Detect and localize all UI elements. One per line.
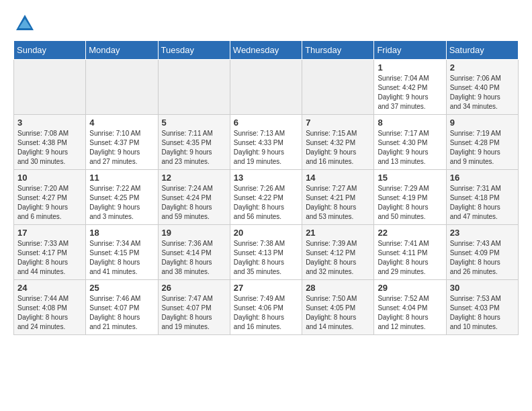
day-number: 30: [450, 283, 515, 293]
day-number: 3: [17, 118, 82, 128]
calendar-cell: 11Sunrise: 7:22 AM Sunset: 4:25 PM Dayli…: [86, 170, 158, 225]
day-info: Sunrise: 7:29 AM Sunset: 4:19 PM Dayligh…: [378, 184, 442, 222]
day-info: Sunrise: 7:43 AM Sunset: 4:09 PM Dayligh…: [450, 239, 515, 277]
day-info: Sunrise: 7:50 AM Sunset: 4:05 PM Dayligh…: [306, 294, 370, 332]
day-info: Sunrise: 7:08 AM Sunset: 4:38 PM Dayligh…: [17, 129, 82, 167]
calendar-cell: 28Sunrise: 7:50 AM Sunset: 4:05 PM Dayli…: [302, 280, 374, 335]
day-info: Sunrise: 7:06 AM Sunset: 4:40 PM Dayligh…: [450, 74, 515, 111]
day-info: Sunrise: 7:10 AM Sunset: 4:37 PM Dayligh…: [89, 129, 154, 167]
calendar-week-5: 24Sunrise: 7:44 AM Sunset: 4:08 PM Dayli…: [14, 280, 519, 335]
calendar-cell: 13Sunrise: 7:26 AM Sunset: 4:22 PM Dayli…: [230, 170, 302, 225]
calendar-cell: [230, 60, 302, 115]
calendar-header-saturday: Saturday: [446, 41, 518, 60]
day-number: 4: [89, 118, 154, 128]
calendar-header-wednesday: Wednesday: [230, 41, 302, 60]
day-number: 19: [162, 228, 226, 238]
calendar-cell: 3Sunrise: 7:08 AM Sunset: 4:38 PM Daylig…: [14, 115, 86, 170]
calendar-cell: 20Sunrise: 7:38 AM Sunset: 4:13 PM Dayli…: [230, 225, 302, 280]
calendar-cell: 9Sunrise: 7:19 AM Sunset: 4:28 PM Daylig…: [446, 115, 518, 170]
day-number: 27: [234, 283, 298, 293]
calendar-table: SundayMondayTuesdayWednesdayThursdayFrid…: [13, 40, 519, 335]
calendar-cell: [86, 60, 158, 115]
logo-icon: [15, 13, 35, 34]
calendar-cell: 16Sunrise: 7:31 AM Sunset: 4:18 PM Dayli…: [446, 170, 518, 225]
day-number: 9: [450, 118, 515, 128]
day-info: Sunrise: 7:33 AM Sunset: 4:17 PM Dayligh…: [17, 239, 82, 277]
day-number: 8: [378, 118, 442, 128]
day-info: Sunrise: 7:36 AM Sunset: 4:14 PM Dayligh…: [162, 239, 226, 277]
day-number: 17: [17, 228, 82, 238]
calendar-cell: 5Sunrise: 7:11 AM Sunset: 4:35 PM Daylig…: [158, 115, 230, 170]
calendar-header-row: SundayMondayTuesdayWednesdayThursdayFrid…: [14, 41, 519, 60]
calendar-cell: 15Sunrise: 7:29 AM Sunset: 4:19 PM Dayli…: [374, 170, 446, 225]
day-number: 11: [89, 173, 154, 183]
day-number: 22: [378, 228, 442, 238]
day-number: 1: [378, 62, 442, 73]
calendar-cell: 29Sunrise: 7:52 AM Sunset: 4:04 PM Dayli…: [374, 280, 446, 335]
day-info: Sunrise: 7:41 AM Sunset: 4:11 PM Dayligh…: [378, 239, 442, 277]
calendar-cell: 14Sunrise: 7:27 AM Sunset: 4:21 PM Dayli…: [302, 170, 374, 225]
calendar-cell: 4Sunrise: 7:10 AM Sunset: 4:37 PM Daylig…: [86, 115, 158, 170]
day-number: 12: [162, 173, 226, 183]
day-number: 15: [378, 173, 442, 183]
calendar-week-2: 3Sunrise: 7:08 AM Sunset: 4:38 PM Daylig…: [14, 115, 519, 170]
calendar-cell: [302, 60, 374, 115]
logo: [13, 13, 35, 34]
day-number: 10: [17, 173, 82, 183]
day-info: Sunrise: 7:46 AM Sunset: 4:07 PM Dayligh…: [89, 294, 154, 332]
calendar-header-sunday: Sunday: [14, 41, 86, 60]
day-number: 14: [306, 173, 370, 183]
day-number: 7: [306, 118, 370, 128]
day-info: Sunrise: 7:20 AM Sunset: 4:27 PM Dayligh…: [17, 184, 82, 222]
day-info: Sunrise: 7:47 AM Sunset: 4:07 PM Dayligh…: [162, 294, 226, 332]
calendar-header-friday: Friday: [374, 41, 446, 60]
calendar-cell: 30Sunrise: 7:53 AM Sunset: 4:03 PM Dayli…: [446, 280, 518, 335]
calendar-header-monday: Monday: [86, 41, 158, 60]
calendar-cell: 25Sunrise: 7:46 AM Sunset: 4:07 PM Dayli…: [86, 280, 158, 335]
day-number: 23: [450, 228, 515, 238]
day-number: 16: [450, 173, 515, 183]
calendar-cell: 1Sunrise: 7:04 AM Sunset: 4:42 PM Daylig…: [374, 60, 446, 115]
day-number: 6: [234, 118, 298, 128]
day-info: Sunrise: 7:15 AM Sunset: 4:32 PM Dayligh…: [306, 129, 370, 167]
calendar-cell: [158, 60, 230, 115]
day-number: 21: [306, 228, 370, 238]
day-info: Sunrise: 7:34 AM Sunset: 4:15 PM Dayligh…: [89, 239, 154, 277]
day-number: 5: [162, 118, 226, 128]
day-number: 13: [234, 173, 298, 183]
day-info: Sunrise: 7:19 AM Sunset: 4:28 PM Dayligh…: [450, 129, 515, 167]
calendar-cell: 8Sunrise: 7:17 AM Sunset: 4:30 PM Daylig…: [374, 115, 446, 170]
day-info: Sunrise: 7:31 AM Sunset: 4:18 PM Dayligh…: [450, 184, 515, 222]
day-info: Sunrise: 7:39 AM Sunset: 4:12 PM Dayligh…: [306, 239, 370, 277]
calendar-body: 1Sunrise: 7:04 AM Sunset: 4:42 PM Daylig…: [14, 60, 519, 335]
day-info: Sunrise: 7:04 AM Sunset: 4:42 PM Dayligh…: [378, 74, 442, 111]
day-number: 29: [378, 283, 442, 293]
day-number: 2: [450, 62, 515, 73]
day-info: Sunrise: 7:24 AM Sunset: 4:24 PM Dayligh…: [162, 184, 226, 222]
day-info: Sunrise: 7:13 AM Sunset: 4:33 PM Dayligh…: [234, 129, 298, 167]
calendar-cell: 2Sunrise: 7:06 AM Sunset: 4:40 PM Daylig…: [446, 60, 518, 115]
day-info: Sunrise: 7:26 AM Sunset: 4:22 PM Dayligh…: [234, 184, 298, 222]
page-header: [13, 13, 519, 34]
calendar-cell: 23Sunrise: 7:43 AM Sunset: 4:09 PM Dayli…: [446, 225, 518, 280]
calendar-cell: 7Sunrise: 7:15 AM Sunset: 4:32 PM Daylig…: [302, 115, 374, 170]
calendar-week-4: 17Sunrise: 7:33 AM Sunset: 4:17 PM Dayli…: [14, 225, 519, 280]
day-number: 28: [306, 283, 370, 293]
day-info: Sunrise: 7:53 AM Sunset: 4:03 PM Dayligh…: [450, 294, 515, 332]
day-info: Sunrise: 7:22 AM Sunset: 4:25 PM Dayligh…: [89, 184, 154, 222]
calendar-cell: 27Sunrise: 7:49 AM Sunset: 4:06 PM Dayli…: [230, 280, 302, 335]
calendar-cell: 21Sunrise: 7:39 AM Sunset: 4:12 PM Dayli…: [302, 225, 374, 280]
calendar-cell: 26Sunrise: 7:47 AM Sunset: 4:07 PM Dayli…: [158, 280, 230, 335]
calendar-week-3: 10Sunrise: 7:20 AM Sunset: 4:27 PM Dayli…: [14, 170, 519, 225]
calendar-header-tuesday: Tuesday: [158, 41, 230, 60]
day-number: 26: [162, 283, 226, 293]
day-number: 18: [89, 228, 154, 238]
day-info: Sunrise: 7:52 AM Sunset: 4:04 PM Dayligh…: [378, 294, 442, 332]
calendar-cell: 24Sunrise: 7:44 AM Sunset: 4:08 PM Dayli…: [14, 280, 86, 335]
day-info: Sunrise: 7:17 AM Sunset: 4:30 PM Dayligh…: [378, 129, 442, 167]
calendar-week-1: 1Sunrise: 7:04 AM Sunset: 4:42 PM Daylig…: [14, 60, 519, 115]
day-number: 25: [89, 283, 154, 293]
calendar-cell: 6Sunrise: 7:13 AM Sunset: 4:33 PM Daylig…: [230, 115, 302, 170]
day-info: Sunrise: 7:38 AM Sunset: 4:13 PM Dayligh…: [234, 239, 298, 277]
calendar-cell: [14, 60, 86, 115]
